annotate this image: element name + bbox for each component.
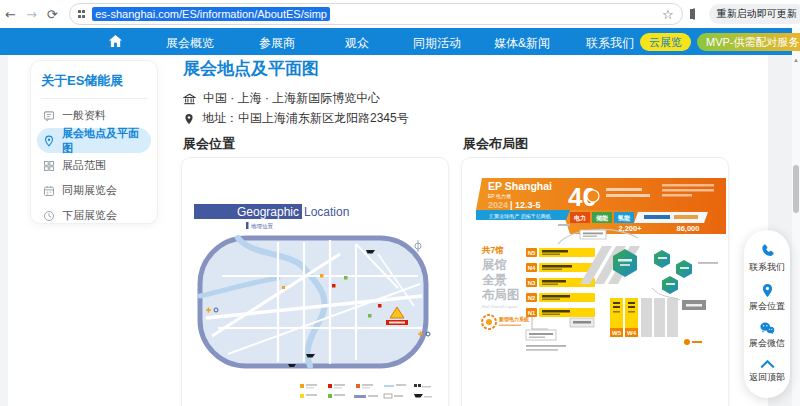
clock-icon — [43, 210, 55, 222]
wechat-icon — [759, 321, 775, 335]
poster-brand-sub: EP 电力展 — [488, 193, 511, 199]
map-subtitle: 地理位置 — [250, 223, 274, 229]
poster-year: 2024 — [488, 200, 508, 210]
map-title-part1: Geographic — [237, 205, 299, 219]
fab-expo-wechat[interactable]: 展会微信 — [749, 321, 785, 350]
svg-text:N4: N4 — [528, 265, 536, 271]
svg-text:N3: N3 — [528, 280, 536, 286]
tag-storage: 储能 — [595, 214, 609, 222]
hall-bar-n2: N2 — [526, 293, 595, 302]
side-panel-icon[interactable] — [693, 8, 695, 20]
hall-bar-w4: W4 — [625, 298, 638, 337]
nav-item-overview[interactable]: 展会概览 — [166, 35, 214, 52]
reload-button[interactable]: ⟳ — [47, 7, 58, 22]
location-pin-icon — [760, 283, 775, 298]
nav-item-exhibitor[interactable]: 参展商 — [259, 35, 295, 52]
sidebar-item-label: 一般资料 — [62, 108, 106, 123]
sidebar-item-label: 同期展览会 — [62, 183, 117, 198]
address-text: 地址：中国上海浦东新区龙阳路2345号 — [202, 110, 409, 127]
layout-poster: 汇聚全球电产 启拓千亿商机 EP Shanghai EP 电力展 2024 | … — [462, 158, 726, 406]
update-chrome-button[interactable]: 重新启动即可更新 — [709, 4, 800, 24]
poster-dates: | 12.3-5 — [510, 200, 541, 210]
hall-bar-w5: W5 — [610, 298, 623, 337]
phone-icon — [760, 244, 775, 259]
divider — [41, 98, 147, 99]
main-navigation: 展会概览 参展商 观众 同期活动 媒体&新闻 联系我们 云展览 MVP-供需配对… — [0, 28, 792, 55]
calendar-icon — [43, 185, 55, 197]
fab-expo-location[interactable]: 展会位置 — [749, 283, 785, 313]
document-icon — [43, 110, 55, 122]
tag-hydrogen: 氢能 — [617, 214, 631, 222]
browser-chrome: ← → ⟳ es-shanghai.com/ES/information/Abo… — [0, 0, 800, 28]
layout-section-heading: 展会布局图 — [463, 135, 528, 153]
svg-text:N2: N2 — [528, 295, 536, 301]
grid-icon — [43, 160, 55, 172]
sidebar-item-concurrent[interactable]: 同期展览会 — [37, 178, 151, 203]
sidebar-item-general-info[interactable]: 一般资料 — [37, 103, 151, 128]
nav-item-contact[interactable]: 联系我们 — [586, 35, 634, 52]
halls-total: 共7馆 — [481, 245, 504, 255]
fab-contact-us[interactable]: 联系我们 — [749, 244, 785, 274]
poster-brand: EP Shanghai — [488, 180, 552, 192]
sidebar-item-label: 下届展览会 — [62, 208, 117, 223]
nav-item-visitor[interactable]: 观众 — [345, 35, 369, 52]
svg-text:N5: N5 — [528, 250, 536, 256]
nav-item-media[interactable]: 媒体&新闻 — [494, 35, 550, 52]
sidebar-title: 关于ES储能展 — [41, 72, 147, 90]
sidebar: 关于ES储能展 一般资料 展会地点及平面图 展品范围 同期展览会 — [30, 60, 158, 224]
nav-item-events[interactable]: 同期活动 — [413, 35, 461, 52]
overview-en: Hall Overall Layout — [482, 304, 518, 309]
url-text[interactable]: es-shanghai.com/ES/information/AboutES/s… — [92, 7, 330, 21]
page-title: 展会地点及平面图 — [183, 57, 319, 80]
address-pin-icon — [183, 113, 195, 125]
venue-building-icon — [183, 93, 196, 105]
back-button[interactable]: ← — [5, 7, 16, 22]
location-section-heading: 展会位置 — [183, 135, 235, 153]
map-pin-icon — [43, 135, 55, 147]
site-info-icon[interactable] — [78, 10, 86, 18]
stat-exhibitors: 2,200+ — [618, 224, 642, 233]
sidebar-item-next-show[interactable]: 下届展览会 — [37, 203, 151, 228]
svg-text:W5: W5 — [612, 330, 622, 336]
venue-text: 中国 · 上海 · 上海新国际博览中心 — [203, 90, 380, 107]
tag-power: 电力 — [574, 214, 586, 222]
map-title-part2: Location — [304, 205, 349, 219]
geographic-map-image: Geographic Location 地理位置 — [181, 157, 449, 406]
svg-text:展馆: 展馆 — [481, 258, 507, 272]
floating-action-panel: 联系我们 展会位置 展会微信 返回顶部 — [744, 230, 790, 398]
hall-bar-n5: N5 — [526, 248, 595, 257]
home-icon[interactable] — [108, 34, 123, 48]
svg-text:W4: W4 — [627, 330, 637, 336]
forward-button[interactable]: → — [26, 7, 37, 22]
hall-bar-n4: N4 — [526, 263, 595, 272]
scrollbar-thumb[interactable] — [793, 165, 799, 213]
bookmark-star-icon[interactable]: ☆ — [662, 7, 674, 22]
poster-logo-text: 新型电力系统 — [498, 316, 530, 323]
sidebar-item-label: 展会地点及平面图 — [62, 126, 145, 156]
hall-bar-n1: N1 — [526, 308, 595, 317]
svg-text:布局图: 布局图 — [481, 288, 520, 302]
url-bar[interactable]: es-shanghai.com/ES/information/AboutES/s… — [69, 3, 683, 25]
venue-row: 中国 · 上海 · 上海新国际博览中心 — [183, 90, 380, 107]
layout-poster-image: 汇聚全球电产 启拓千亿商机 EP Shanghai EP 电力展 2024 | … — [461, 157, 729, 406]
sidebar-item-scope[interactable]: 展品范围 — [37, 153, 151, 178]
sidebar-item-label: 展品范围 — [62, 158, 106, 173]
fab-back-to-top[interactable]: 返回顶部 — [749, 359, 785, 384]
sidebar-item-location[interactable]: 展会地点及平面图 — [37, 128, 151, 153]
scrollbar-up-icon[interactable]: ▲ — [793, 57, 799, 63]
poster-slogan: 汇聚全球电产 启拓千亿商机 — [489, 213, 550, 220]
geographic-map: Geographic Location 地理位置 — [182, 158, 446, 406]
chevron-up-icon — [760, 359, 775, 369]
svg-text:全景: 全景 — [481, 273, 508, 287]
stat-area: 86,000 — [677, 224, 700, 233]
svg-text:N1: N1 — [528, 310, 536, 316]
mvp-service-button[interactable]: MVP-供需配对服务 — [697, 33, 800, 51]
address-row: 地址：中国上海浦东新区龙阳路2345号 — [183, 110, 409, 127]
cloud-expo-button[interactable]: 云展览 — [640, 33, 691, 51]
scrollbar[interactable]: ▲ — [792, 28, 800, 406]
